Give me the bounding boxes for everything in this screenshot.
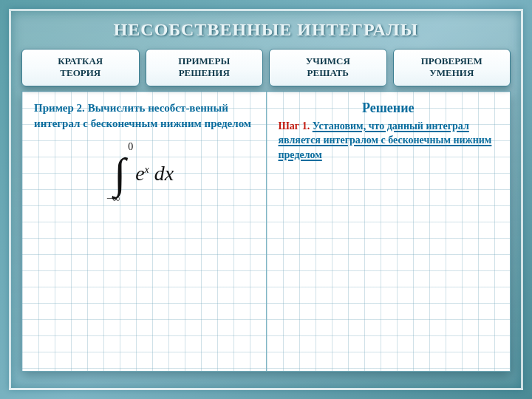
tab-theory[interactable]: КРАТКАЯТЕОРИЯ [21, 49, 140, 86]
solution-step-1: Шаг 1. Установим, что данный интеграл яв… [279, 119, 499, 163]
integrand: ex dx [135, 162, 174, 185]
problem-pane: Пример 2. Вычислить несобст-венный интег… [22, 92, 267, 371]
grid-background [22, 92, 266, 371]
tab-check[interactable]: ПРОВЕРЯЕМУМЕНИЯ [393, 49, 511, 86]
integral-upper: 0 [128, 142, 133, 152]
integral-expression: ∫ 0 −∞ ex dx [34, 152, 254, 195]
step-label: Шаг 1. [279, 120, 310, 132]
content-area: Пример 2. Вычислить несобст-венный интег… [21, 91, 511, 372]
tab-examples[interactable]: ПРИМЕРЫРЕШЕНИЯ [146, 49, 264, 86]
integrand-dx: dx [149, 162, 174, 185]
slide-frame: НЕСОБСТВЕННЫЕ ИНТЕГРАЛЫ КРАТКАЯТЕОРИЯ ПР… [9, 9, 523, 390]
solution-pane: Решение Шаг 1. Установим, что данный инт… [267, 92, 511, 371]
solution-title: Решение [279, 100, 499, 116]
integral-symbol: ∫ 0 −∞ [114, 152, 126, 195]
tab-bar: КРАТКАЯТЕОРИЯ ПРИМЕРЫРЕШЕНИЯ УЧИМСЯРЕШАТ… [21, 49, 511, 86]
tab-practice[interactable]: УЧИМСЯРЕШАТЬ [269, 49, 387, 86]
page-title: НЕСОБСТВЕННЫЕ ИНТЕГРАЛЫ [18, 20, 514, 40]
example-label: Пример 2. [34, 102, 85, 114]
step-text[interactable]: Установим, что данный интеграл является … [279, 120, 492, 160]
integrand-base: e [135, 162, 144, 185]
problem-text: Пример 2. Вычислить несобст-венный интег… [34, 100, 254, 132]
integral-lower: −∞ [106, 194, 120, 204]
